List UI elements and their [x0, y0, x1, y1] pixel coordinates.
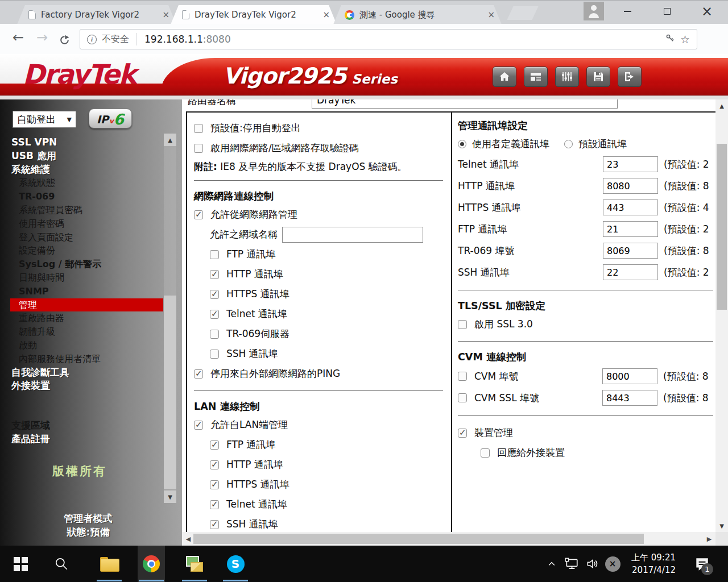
sidebar-item-activation[interactable]: 啟動: [0, 339, 182, 352]
sidebar-item-firmware-upgrade[interactable]: 韌體升級: [0, 325, 182, 339]
user-defined-port-radio[interactable]: [458, 140, 466, 148]
scroll-down-icon[interactable]: ▼: [715, 519, 728, 532]
scroll-up-icon[interactable]: ▲: [715, 99, 728, 112]
default-port-radio[interactable]: [564, 140, 573, 148]
start-button[interactable]: [7, 546, 34, 582]
sidebar-item-external-devices[interactable]: 外接裝置: [0, 379, 182, 393]
sidebar-item-date-time[interactable]: 日期與時間: [0, 271, 182, 285]
lan-http-checkbox[interactable]: [210, 460, 219, 469]
sliders-icon[interactable]: [555, 66, 579, 87]
new-tab-button[interactable]: [507, 6, 538, 20]
back-button[interactable]: ←: [13, 30, 24, 45]
allowed-domain-input[interactable]: [282, 227, 423, 243]
disable-ping-checkbox[interactable]: [194, 369, 203, 379]
sidebar-item-diagnostics[interactable]: 自我診斷工具: [0, 366, 182, 380]
http-port-input[interactable]: [603, 178, 658, 194]
file-explorer-button[interactable]: [96, 546, 123, 582]
sidebar-item-reboot-router[interactable]: 重啟路由器: [0, 311, 182, 325]
tab-close-icon[interactable]: ×: [322, 10, 330, 20]
sidebar-item-support-area[interactable]: 支援區域: [0, 419, 182, 433]
info-icon[interactable]: i: [87, 35, 97, 44]
sidebar-item-user-password[interactable]: 使用者密碼: [0, 217, 182, 231]
wan-ssh-checkbox[interactable]: [210, 350, 219, 359]
content-horizontal-scrollbar[interactable]: ◀ ▶: [182, 532, 715, 546]
window-maximize-button[interactable]: [654, 1, 680, 22]
router-name-input[interactable]: [312, 99, 618, 109]
auto-logout-select[interactable]: 自動登出▼: [13, 111, 76, 128]
cvm-port-checkbox[interactable]: [458, 372, 467, 381]
sidebar-item-system-maintenance[interactable]: 系統維護: [0, 163, 182, 177]
sidebar-item-snmp[interactable]: SNMP: [0, 285, 182, 298]
scroll-left-icon[interactable]: ◀: [182, 532, 195, 546]
ipv6-button[interactable]: IPv6: [89, 109, 132, 128]
profile-avatar[interactable]: [584, 2, 604, 20]
ssh-port-input[interactable]: [603, 264, 658, 280]
window-close-button[interactable]: ×: [694, 1, 720, 22]
wan-https-checkbox[interactable]: [210, 290, 219, 299]
https-port-input[interactable]: [603, 199, 658, 215]
tr069-port-input[interactable]: [603, 243, 658, 259]
scrollbar-thumb[interactable]: [717, 144, 727, 310]
sidebar-item-syslog-mail-alert[interactable]: SysLog / 郵件警示: [0, 257, 182, 271]
chrome-button[interactable]: [138, 546, 165, 582]
content-vertical-scrollbar[interactable]: ▲ ▼: [715, 99, 728, 532]
address-bar[interactable]: i 不安全 192.168.1.1:8080 ☆: [80, 29, 697, 49]
network-tray-icon[interactable]: [562, 546, 581, 582]
logout-icon[interactable]: [618, 66, 642, 87]
device-mgmt-checkbox[interactable]: [458, 429, 467, 438]
scrollbar-thumb[interactable]: [193, 534, 644, 544]
tray-expand-button[interactable]: [543, 546, 560, 582]
lan-https-checkbox[interactable]: [210, 480, 219, 489]
taskbar-clock[interactable]: 上午 09:21 2017/4/12: [623, 551, 676, 576]
forward-button[interactable]: →: [36, 30, 48, 45]
sidebar-item-login-page-setup[interactable]: 登入頁面設定: [0, 231, 182, 244]
sidebar-item-management-selected[interactable]: 管理: [10, 298, 163, 312]
cvm-ssl-port-input[interactable]: [602, 390, 657, 406]
wan-manage-checkbox[interactable]: [194, 210, 203, 219]
action-center-button[interactable]: 1: [687, 546, 717, 582]
ftp-port-input[interactable]: [603, 221, 658, 237]
sidebar-item-system-status[interactable]: 系統狀態: [0, 176, 182, 190]
reload-button[interactable]: [59, 33, 70, 49]
wan-ftp-checkbox[interactable]: [210, 250, 219, 259]
wizard-icon[interactable]: [524, 66, 548, 87]
respond-external-checkbox[interactable]: [481, 448, 490, 458]
scroll-up-icon[interactable]: ▲: [164, 134, 176, 146]
tab-google-search[interactable]: 測速 - Google 搜尋 ×: [333, 5, 502, 24]
lan-telnet-checkbox[interactable]: [210, 500, 219, 509]
lan-manage-checkbox[interactable]: [194, 421, 203, 430]
cvm-port-input[interactable]: [602, 368, 657, 384]
default-autologout-checkbox[interactable]: [194, 124, 203, 133]
sidebar-item-product-registration[interactable]: 產品註冊: [0, 433, 182, 446]
home-icon[interactable]: [493, 66, 516, 87]
lan-ftp-checkbox[interactable]: [210, 440, 219, 450]
tab-close-icon[interactable]: ×: [487, 10, 495, 20]
lan-ssh-checkbox[interactable]: [210, 520, 219, 529]
tab-factory-draytek[interactable]: Factory DrayTek Vigor2 ×: [17, 5, 176, 24]
password-key-icon[interactable]: [665, 33, 675, 45]
sidebar-item-ssl-vpn[interactable]: SSL VPN: [0, 136, 182, 149]
sidebar-item-admin-password[interactable]: 系統管理員密碼: [0, 203, 182, 217]
cvm-ssl-port-checkbox[interactable]: [458, 393, 467, 402]
scroll-down-icon[interactable]: ▼: [164, 490, 176, 503]
ssl3-checkbox[interactable]: [458, 320, 467, 329]
sidebar-scrollbar[interactable]: ▲ ▼: [164, 134, 176, 503]
skype-button[interactable]: S: [222, 546, 249, 582]
scroll-right-icon[interactable]: ▶: [703, 532, 715, 546]
tab-draytek-active[interactable]: DrayTek DrayTek Vigor2 ×: [171, 5, 337, 24]
save-icon[interactable]: [586, 66, 610, 87]
volume-tray-icon[interactable]: [584, 546, 602, 582]
tab-close-icon[interactable]: ×: [162, 10, 169, 20]
mail-button[interactable]: [181, 546, 208, 582]
sidebar-item-usb-application[interactable]: USB 應用: [0, 149, 182, 163]
wan-tr069-checkbox[interactable]: [210, 330, 219, 339]
status-x-tray-icon[interactable]: ×: [603, 546, 622, 582]
sidebar-item-internal-service-user-list[interactable]: 內部服務使用者清單: [0, 352, 182, 366]
search-button[interactable]: [48, 546, 75, 582]
window-minimize-button[interactable]: [614, 1, 640, 22]
wan-telnet-checkbox[interactable]: [210, 310, 219, 319]
wan-http-checkbox[interactable]: [210, 270, 219, 279]
scrollbar-thumb[interactable]: [164, 296, 176, 489]
sidebar-item-config-backup[interactable]: 設定備份: [0, 244, 182, 257]
sidebar-item-tr069[interactable]: TR-069: [0, 190, 182, 203]
